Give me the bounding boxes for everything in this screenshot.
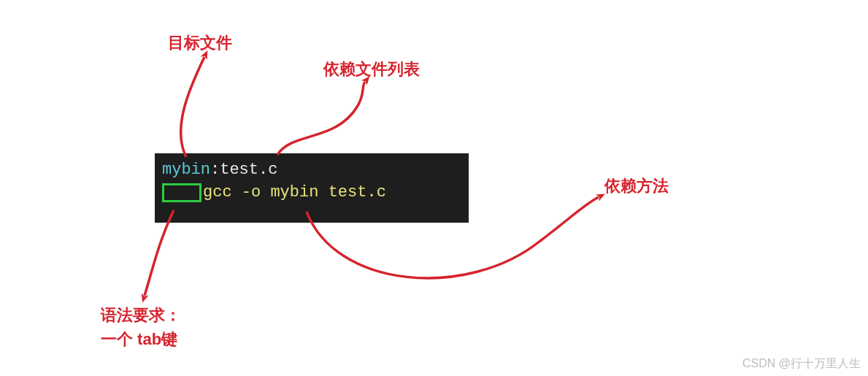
- label-dep-file-list: 依赖文件列表: [323, 57, 420, 81]
- makefile-rule-line: mybin:test.c: [162, 159, 461, 182]
- dep-token: test.c: [220, 161, 277, 179]
- label-dep-method: 依赖方法: [604, 174, 669, 198]
- watermark: CSDN @行十万里人生: [742, 356, 861, 372]
- command-token: gcc -o mybin test.c: [203, 182, 386, 204]
- makefile-command-line: gcc -o mybin test.c: [162, 182, 461, 204]
- colon-token: :: [210, 161, 220, 179]
- syntax-req-line1: 语法要求：: [101, 306, 181, 324]
- label-target-file: 目标文件: [168, 31, 232, 55]
- tab-indicator-box: [162, 183, 201, 202]
- target-token: mybin: [162, 161, 210, 179]
- label-syntax-req: 语法要求： 一个 tab键: [101, 303, 181, 351]
- syntax-req-line2: 一个 tab键: [101, 330, 177, 348]
- code-block: mybin:test.c gcc -o mybin test.c: [155, 153, 469, 223]
